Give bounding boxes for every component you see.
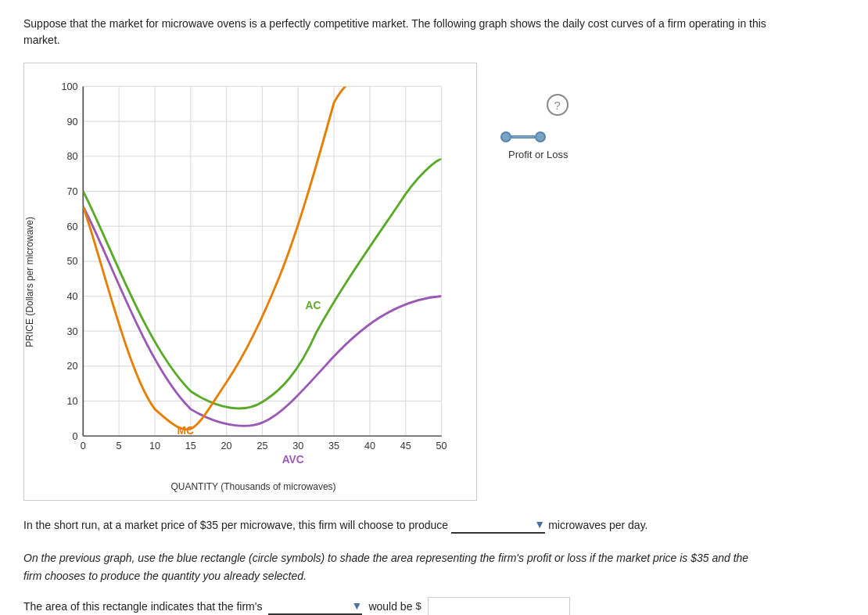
ac-label: AC xyxy=(305,300,321,311)
circle-left xyxy=(500,131,511,142)
quantity-dropdown[interactable]: ▼ xyxy=(451,516,545,534)
chart-inner: 100 90 80 70 60 50 40 30 20 10 0 0 5 10 … xyxy=(38,71,468,492)
svg-text:20: 20 xyxy=(221,441,232,451)
chart-svg: 100 90 80 70 60 50 40 30 20 10 0 0 5 10 … xyxy=(38,71,468,478)
svg-text:0: 0 xyxy=(81,441,86,451)
svg-text:5: 5 xyxy=(117,441,122,451)
question2-italic: On the previous graph, use the blue rect… xyxy=(23,549,766,584)
legend-area: ? Profit or Loss xyxy=(500,63,569,160)
profit-loss-dropdown[interactable]: ▼ xyxy=(268,598,362,615)
question1-row: In the short run, at a market price of $… xyxy=(23,516,766,534)
svg-text:90: 90 xyxy=(66,117,77,128)
svg-text:100: 100 xyxy=(61,81,77,92)
svg-text:20: 20 xyxy=(66,361,77,372)
x-axis-label: QUANTITY (Thousands of microwaves) xyxy=(38,481,468,492)
question2-label-after: would be xyxy=(368,598,412,615)
profit-loss-label: Profit or Loss xyxy=(508,149,569,160)
dumbbell-symbol xyxy=(500,131,546,142)
y-axis-label: PRICE (Dollars per microwave) xyxy=(24,217,35,347)
question2-row: The area of this rectangle indicates tha… xyxy=(23,597,766,615)
question1-text-before: In the short run, at a market price of $… xyxy=(23,516,448,534)
svg-text:70: 70 xyxy=(66,186,77,197)
svg-text:10: 10 xyxy=(66,396,77,407)
question2-label-before: The area of this rectangle indicates tha… xyxy=(23,598,262,615)
question1-block: In the short run, at a market price of $… xyxy=(23,516,766,534)
mc-label: MC xyxy=(178,425,194,437)
svg-text:15: 15 xyxy=(185,441,196,451)
dumbbell-bar xyxy=(511,135,535,138)
svg-text:50: 50 xyxy=(66,256,77,267)
svg-text:40: 40 xyxy=(66,291,77,302)
svg-text:25: 25 xyxy=(256,441,267,451)
svg-text:35: 35 xyxy=(328,441,339,451)
dollar-sign: $ xyxy=(415,599,421,615)
profit-loss-dropdown-arrow-icon: ▼ xyxy=(352,597,363,614)
svg-text:40: 40 xyxy=(364,441,375,451)
svg-text:80: 80 xyxy=(66,151,77,162)
svg-text:30: 30 xyxy=(292,441,303,451)
profit-loss-legend xyxy=(500,131,546,142)
graph-area: PRICE (Dollars per microwave) xyxy=(23,63,845,501)
svg-text:50: 50 xyxy=(436,441,447,451)
svg-text:0: 0 xyxy=(72,431,77,442)
question1-text-after: microwaves per day. xyxy=(548,516,647,534)
intro-paragraph: Suppose that the market for microwave ov… xyxy=(23,16,766,49)
circle-right xyxy=(535,131,546,142)
question2-block: On the previous graph, use the blue rect… xyxy=(23,549,766,615)
svg-text:60: 60 xyxy=(66,221,77,232)
dollar-value-input[interactable] xyxy=(428,597,570,615)
chart-container: PRICE (Dollars per microwave) xyxy=(23,63,477,501)
dropdown-arrow-icon: ▼ xyxy=(534,516,545,533)
svg-text:30: 30 xyxy=(66,326,77,337)
svg-text:10: 10 xyxy=(149,441,160,451)
svg-text:45: 45 xyxy=(400,441,411,451)
help-icon[interactable]: ? xyxy=(547,94,569,116)
avc-label: AVC xyxy=(282,454,304,466)
chart-svg-wrapper: 100 90 80 70 60 50 40 30 20 10 0 0 5 10 … xyxy=(38,71,468,478)
